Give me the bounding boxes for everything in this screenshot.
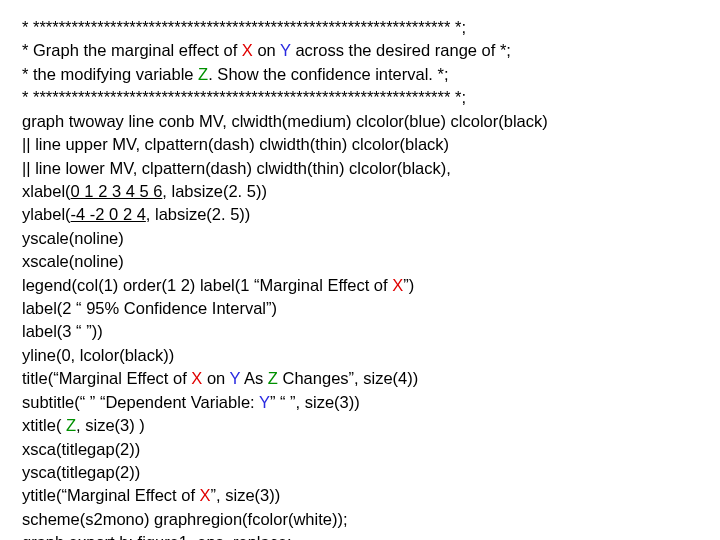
token-v-y: Y	[259, 393, 270, 411]
token: As	[240, 369, 268, 387]
token: ” “ ”, size(3))	[270, 393, 360, 411]
token-underline: h: figure1. eps	[119, 533, 224, 540]
code-line: * **************************************…	[22, 16, 698, 39]
token-v-z: Z	[198, 65, 208, 83]
code-line: xlabel(0 1 2 3 4 5 6, labsize(2. 5))	[22, 180, 698, 203]
code-line: yscale(noline)	[22, 227, 698, 250]
code-line: label(2 “ 95% Confidence Interval”)	[22, 297, 698, 320]
token-underline: -4 -2 0 2 4	[71, 205, 146, 223]
token-v-x: X	[242, 41, 253, 59]
code-line: ylabel(-4 -2 0 2 4, labsize(2. 5))	[22, 203, 698, 226]
token: on	[202, 369, 229, 387]
token: Changes”, size(4))	[278, 369, 418, 387]
code-line: xscale(noline)	[22, 250, 698, 273]
code-line: title(“Marginal Effect of X on Y As Z Ch…	[22, 367, 698, 390]
token-v-x: X	[191, 369, 202, 387]
code-line: scheme(s2mono) graphregion(fcolor(white)…	[22, 508, 698, 531]
token: subtitle(“ ” “Dependent Variable:	[22, 393, 259, 411]
code-line: xtitle( Z, size(3) )	[22, 414, 698, 437]
token: . Show the confidence interval. *;	[208, 65, 448, 83]
token: , replace;	[224, 533, 292, 540]
token: on	[253, 41, 280, 59]
token: ytitle(“Marginal Effect of	[22, 486, 200, 504]
code-line: yline(0, lcolor(black))	[22, 344, 698, 367]
token: graph export	[22, 533, 119, 540]
code-line: * **************************************…	[22, 86, 698, 109]
code-line: * Graph the marginal effect of X on Y ac…	[22, 39, 698, 62]
token: title(“Marginal Effect of	[22, 369, 191, 387]
code-line: || line lower MV, clpattern(dash) clwidt…	[22, 157, 698, 180]
token: , size(3) )	[76, 416, 145, 434]
token-underline: 0 1 2 3 4 5 6	[71, 182, 163, 200]
code-line: graph twoway line conb MV, clwidth(mediu…	[22, 110, 698, 133]
code-line: legend(col(1) order(1 2) label(1 “Margin…	[22, 274, 698, 297]
token: ylabel(	[22, 205, 71, 223]
code-line: xsca(titlegap(2))	[22, 438, 698, 461]
token: , labsize(2. 5))	[162, 182, 267, 200]
token-v-x: X	[200, 486, 211, 504]
code-block: * **************************************…	[22, 16, 698, 540]
token: ”)	[403, 276, 414, 294]
token: , labsize(2. 5))	[146, 205, 251, 223]
token-v-y: Y	[230, 369, 241, 387]
token: legend(col(1) order(1 2) label(1 “Margin…	[22, 276, 392, 294]
token: xlabel(	[22, 182, 71, 200]
token-v-x: X	[392, 276, 403, 294]
code-line: graph export h: figure1. eps, replace;	[22, 531, 698, 540]
code-line: ytitle(“Marginal Effect of X”, size(3))	[22, 484, 698, 507]
token: * Graph the marginal effect of	[22, 41, 242, 59]
token: xtitle(	[22, 416, 66, 434]
token-v-z: Z	[268, 369, 278, 387]
token: across the desired range of *;	[291, 41, 511, 59]
token: ”, size(3))	[211, 486, 281, 504]
token-v-z: Z	[66, 416, 76, 434]
token-v-y: Y	[280, 41, 291, 59]
code-line: label(3 “ ”))	[22, 320, 698, 343]
token: * the modifying variable	[22, 65, 198, 83]
code-line: subtitle(“ ” “Dependent Variable: Y” “ ”…	[22, 391, 698, 414]
code-line: || line upper MV, clpattern(dash) clwidt…	[22, 133, 698, 156]
code-line: * the modifying variable Z. Show the con…	[22, 63, 698, 86]
code-line: ysca(titlegap(2))	[22, 461, 698, 484]
